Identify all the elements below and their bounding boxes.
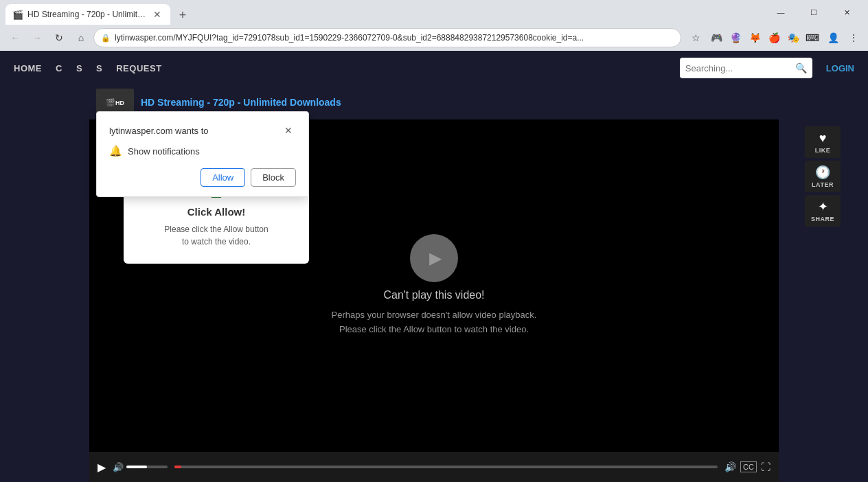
share-label: SHARE <box>811 216 834 222</box>
forward-button[interactable]: → <box>27 28 47 47</box>
more-icon[interactable]: ⋮ <box>845 29 863 47</box>
nav-right-icons: ☆ <box>687 29 705 47</box>
video-title: HD Streaming - 720p - Unlimited Download… <box>141 97 341 108</box>
tab-title: HD Streaming - 720p - Unlimite... <box>27 10 147 19</box>
cant-play-title: Can't play this video! <box>383 289 484 301</box>
home-button[interactable]: ⌂ <box>71 28 91 47</box>
later-label: LATER <box>812 181 834 188</box>
volume-track[interactable] <box>126 466 168 468</box>
nav-item-c[interactable]: C <box>56 63 62 73</box>
popup-buttons: Allow Block <box>109 168 296 187</box>
share-icon: ✦ <box>818 199 828 214</box>
popup-permission-row: 🔔 Show notifications <box>109 145 296 157</box>
back-button[interactable]: ← <box>5 28 25 47</box>
tab-strip: 🎬 HD Streaming - 720p - Unlimite... ✕ + <box>5 0 762 25</box>
notification-popup: lytinwasper.com wants to ✕ 🔔 Show notifi… <box>96 111 309 197</box>
click-allow-title: Click Allow! <box>187 206 245 218</box>
volume-slider: 🔊 <box>113 462 168 472</box>
bookmark-icon[interactable]: ☆ <box>687 29 705 47</box>
minimize-button[interactable]: — <box>765 1 797 23</box>
active-tab[interactable]: 🎬 HD Streaming - 720p - Unlimite... ✕ <box>5 4 170 25</box>
search-input[interactable] <box>680 63 790 73</box>
nav-request[interactable]: REQUEST <box>116 63 161 73</box>
ext-icon-6[interactable]: ⌨ <box>803 29 821 47</box>
fullscreen-button[interactable]: ⛶ <box>761 461 770 472</box>
nav-bar: ← → ↻ ⌂ 🔒 lytinwasper.com/MYJFQUI?tag_id… <box>0 25 868 51</box>
cant-play-icon <box>410 234 458 282</box>
cant-play-overlay: Can't play this video! Perhaps your brow… <box>332 234 537 337</box>
video-controls: ▶ 🔊 🔊 CC ⛶ <box>89 452 779 482</box>
tab-favicon: 🎬 <box>12 10 23 20</box>
ext-icon-2[interactable]: 🔮 <box>727 29 744 47</box>
tab-close-button[interactable]: ✕ <box>151 8 163 21</box>
right-controls: 🔊 CC ⛶ <box>724 461 770 472</box>
search-button[interactable]: 🔍 <box>790 62 812 73</box>
nav-home[interactable]: HOME <box>14 63 42 73</box>
ext-icon-3[interactable]: 🦊 <box>746 29 764 47</box>
close-button[interactable]: ✕ <box>831 1 863 23</box>
like-label: LIKE <box>815 147 831 154</box>
cc-button[interactable]: CC <box>740 461 757 472</box>
window-controls: — ☐ ✕ <box>765 1 863 23</box>
cant-play-desc: Perhaps your browser doesn't allow video… <box>332 308 537 337</box>
progress-track[interactable] <box>174 466 718 468</box>
heart-icon: ♥ <box>819 131 827 146</box>
ext-icon-1[interactable]: 🎮 <box>707 29 725 47</box>
lock-icon: 🔒 <box>101 34 111 43</box>
clock-icon: 🕐 <box>815 165 830 180</box>
share-button[interactable]: ✦ SHARE <box>805 195 841 227</box>
popup-title: lytinwasper.com wants to <box>109 126 209 136</box>
nav-item-s2[interactable]: S <box>96 63 102 73</box>
maximize-button[interactable]: ☐ <box>798 1 830 23</box>
later-button[interactable]: 🕐 LATER <box>805 161 841 192</box>
extension-icons: 🎮 🔮 🦊 🍎 🎭 ⌨ <box>707 29 821 47</box>
site-header: HOME C S S REQUEST 🔍 LOGIN <box>0 51 868 85</box>
address-bar[interactable]: 🔒 lytinwasper.com/MYJFQUI?tag_id=7291078… <box>93 28 681 47</box>
profile-icon[interactable]: 👤 <box>824 29 842 47</box>
ext-icon-5[interactable]: 🎭 <box>784 29 802 47</box>
address-text: lytinwasper.com/MYJFQUI?tag_id=7291078su… <box>115 33 674 43</box>
browser-frame: 🎬 HD Streaming - 720p - Unlimite... ✕ + … <box>0 0 868 482</box>
block-button[interactable]: Block <box>251 168 296 187</box>
like-button[interactable]: ♥ LIKE <box>805 126 841 158</box>
popup-close-button[interactable]: ✕ <box>281 123 296 138</box>
ext-icon-4[interactable]: 🍎 <box>765 29 783 47</box>
click-allow-desc: Please click the Allow buttonto watch th… <box>164 223 268 248</box>
title-bar: 🎬 HD Streaming - 720p - Unlimite... ✕ + … <box>0 0 868 25</box>
bell-icon: 🔔 <box>109 145 122 157</box>
volume-fill <box>126 466 147 468</box>
site-search[interactable]: 🔍 <box>680 58 812 78</box>
refresh-button[interactable]: ↻ <box>49 28 69 47</box>
volume-right-icon[interactable]: 🔊 <box>724 461 736 472</box>
site-nav: HOME C S S REQUEST <box>14 63 666 73</box>
progress-fill <box>174 466 181 468</box>
page-wrapper: lytinwasper.com wants to ✕ 🔔 Show notifi… <box>0 51 868 482</box>
login-button[interactable]: LOGIN <box>826 63 854 73</box>
new-tab-button[interactable]: + <box>173 5 192 25</box>
video-sidebar: ♥ LIKE 🕐 LATER ✦ SHARE <box>805 126 841 227</box>
play-button[interactable]: ▶ <box>98 461 106 474</box>
permission-text: Show notifications <box>128 146 200 157</box>
allow-button[interactable]: Allow <box>201 168 245 187</box>
popup-header: lytinwasper.com wants to ✕ <box>109 123 296 138</box>
volume-icon[interactable]: 🔊 <box>113 462 124 472</box>
nav-item-s1[interactable]: S <box>76 63 82 73</box>
